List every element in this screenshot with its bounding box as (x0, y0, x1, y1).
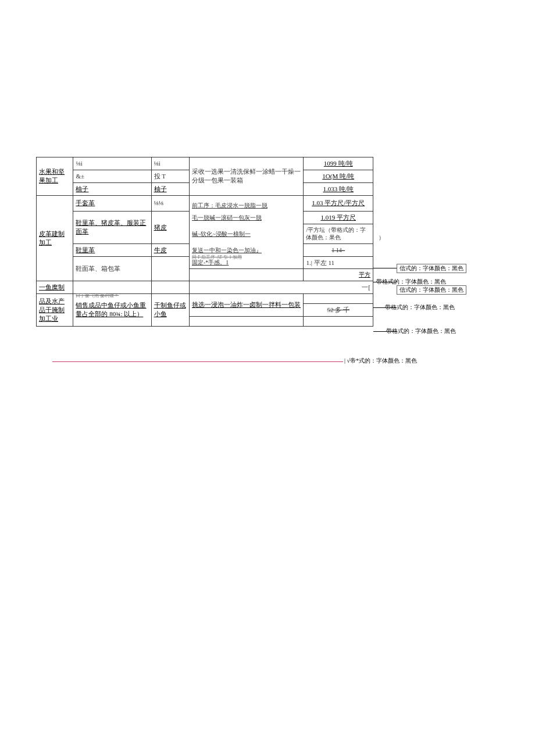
cell: 牛皮 (151, 243, 189, 256)
cell: ⅛i (73, 157, 151, 170)
cell: 手套革 (73, 195, 151, 211)
table-row: 一鱼糜制 一[ (37, 281, 373, 293)
cell: 1.| 平左 11 (304, 256, 373, 269)
cell: 一[ (189, 281, 373, 293)
cell: 干制鱼仔或小鱼 (151, 293, 189, 326)
cell (189, 316, 303, 326)
cell: 柚子 (73, 182, 151, 195)
cell: 鞋里革 (73, 243, 151, 256)
cell: ⅛⅛ (151, 195, 189, 211)
footer-leader (52, 361, 343, 362)
leader-line (373, 307, 397, 308)
cell (304, 316, 373, 326)
cell: 52 多 千 (304, 303, 373, 316)
process-line: 碱~软化~浸酸一榇制一 (189, 224, 303, 243)
cell: 平方 (304, 269, 373, 281)
category-fish-b: 品及水产品干腌制加工业 (37, 293, 73, 326)
format-comment: 信式的：字体颜色：黑色 (397, 285, 466, 295)
cell: 1O(M 吨/吨 (304, 170, 373, 182)
cell: ⅛i (151, 157, 189, 170)
cell (73, 281, 151, 293)
leader-line (373, 282, 397, 282)
category-fish-a: 一鱼糜制 (37, 281, 73, 293)
cell: 1099 吨/吨 (304, 157, 373, 170)
cell: 鞋里革、猪皮革、服装正面革 (73, 211, 151, 243)
cell: 鞋面革、箱包革 (73, 256, 151, 281)
tiny-strikethrough: 回 F 后工序 AT 引 1 加用 (192, 255, 242, 261)
cell: /平方坛（带格式的：字体颜色：果色） (304, 224, 373, 243)
category-leather: 皮革建制加工 (37, 195, 73, 281)
table-row: 鞋里革 牛皮 复送一中和一染色一加油』 回 F 后工序 AT 引 1 加用 1 … (37, 243, 373, 256)
format-comment: 带格式的：字体颜色：黑色 (386, 327, 456, 335)
process-line: 前工序：毛皮浸水一脱脂一脱 (189, 199, 303, 212)
table-row: 品及水产品干腌制加工业 日丁篓（泡 篓利做〃 销售成品中鱼仔或小鱼重量占全部的 … (37, 293, 373, 303)
cell: 柚子 (151, 182, 189, 195)
cell: 1.033 吨/吨 (304, 182, 373, 195)
leader-line (373, 268, 397, 268)
cell: 1.03 平方尺/平方尺 (304, 195, 373, 211)
category-fruit: 水果和坚果加工 (37, 157, 73, 196)
process-line: 复送一中和一染色一加油』 回 F 后工序 AT 引 1 加用 (189, 243, 303, 256)
cell (304, 293, 373, 303)
main-table: 水果和坚果加工 ⅛i ⅛i 采收一选果一清洗保鲜一涂蜡一干燥一分级一包果一装箱 … (36, 157, 373, 327)
cell (151, 281, 189, 293)
format-comment: 信式的：字体颜色：黑色 (397, 264, 466, 273)
cell: &± (73, 170, 151, 182)
table-row: 水果和坚果加工 ⅛i ⅛i 采收一选果一清洗保鲜一涂蜡一干燥一分级一包果一装箱 … (37, 157, 373, 170)
fruit-process: 采收一选果一清洗保鲜一涂蜡一干燥一分级一包果一装箱 (189, 157, 303, 196)
cell (189, 269, 303, 281)
footer-comment: | √帝*式的：字体颜色：黑色 (344, 357, 417, 365)
cell: 1.019 平方尺 (304, 211, 373, 224)
fish-process: 挑选一浸泡一油炸一卤制一拌料一包装 (189, 293, 303, 316)
leader-line (373, 331, 397, 332)
process-line: 毛一脱碱一滚硝一包灰一脱 (189, 211, 303, 224)
table-row: 鞋里革、猪皮革、服装正面革 猪皮 毛一脱碱一滚硝一包灰一脱 1.019 平方尺 (37, 211, 373, 224)
document-page: 水果和坚果加工 ⅛i ⅛i 采收一选果一清洗保鲜一涂蜡一干燥一分级一包果一装箱 … (36, 157, 499, 327)
cell: 猪皮 (151, 211, 189, 243)
fish-product: 日丁篓（泡 篓利做〃 销售成品中鱼仔或小鱼重量占全部的 80¾: 以上） (73, 293, 151, 326)
cell (151, 256, 189, 281)
cell: 投 T (151, 170, 189, 182)
tiny-label: 日丁篓（泡 篓利做〃 (76, 293, 119, 299)
cell: 1 14~ (304, 243, 373, 256)
